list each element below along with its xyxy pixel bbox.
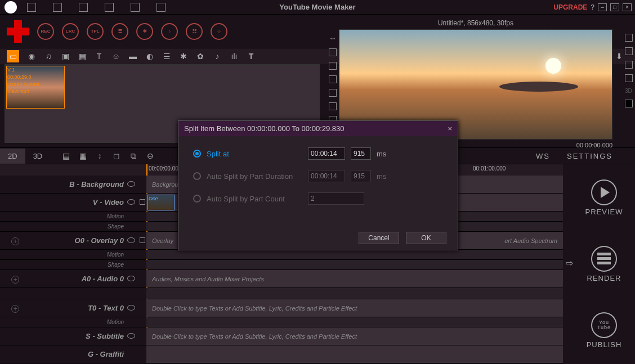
bigtext-icon[interactable]: T bbox=[247, 52, 256, 61]
bg-label: B - Background bbox=[0, 180, 124, 188]
help-button[interactable]: ? bbox=[591, 3, 594, 11]
split-time-input[interactable] bbox=[308, 147, 345, 160]
subtitle-track-area[interactable]: Double Click to type Texts or Add Subtit… bbox=[146, 327, 563, 345]
publish-button[interactable]: YouTube PUBLISH bbox=[587, 312, 622, 349]
note-icon[interactable]: ♪ bbox=[213, 52, 222, 61]
color-tool-icon[interactable] bbox=[625, 100, 633, 107]
forward-icon[interactable]: ⇨ bbox=[566, 258, 573, 268]
split-dialog: Split Item Between 00:00:00.000 To 00:00… bbox=[178, 120, 458, 250]
count-input[interactable] bbox=[308, 192, 364, 205]
user-button[interactable]: ☺ bbox=[211, 23, 227, 40]
clip-name-1: Ocean Sunset bbox=[7, 81, 64, 88]
speaker-icon[interactable] bbox=[140, 237, 145, 243]
add-text-button[interactable]: + bbox=[11, 305, 19, 313]
smile-icon[interactable]: ☺ bbox=[111, 52, 120, 61]
speaker-icon[interactable] bbox=[140, 199, 145, 205]
tb-icon-6[interactable] bbox=[156, 3, 166, 12]
track-overlay-shape: Shape bbox=[0, 260, 563, 270]
grid-icon[interactable]: ▦ bbox=[78, 151, 87, 160]
clip-id: V:1 bbox=[7, 66, 64, 74]
add-button[interactable] bbox=[7, 20, 29, 43]
timeline-clip[interactable]: Oce bbox=[147, 195, 175, 210]
clip-name-2: View.mp4 bbox=[7, 88, 64, 95]
minus-icon[interactable]: ⊖ bbox=[146, 151, 155, 160]
crop-icon[interactable]: ◻ bbox=[112, 151, 121, 160]
text-icon[interactable]: T bbox=[95, 52, 104, 61]
music-icon[interactable]: ♫ bbox=[44, 52, 53, 61]
unit-ms: ms bbox=[377, 150, 386, 158]
contrast-icon[interactable]: ◐ bbox=[145, 52, 154, 61]
copy-icon[interactable]: ⧉ bbox=[129, 151, 138, 160]
close-button[interactable]: × bbox=[623, 3, 632, 11]
r-tool-4-icon[interactable] bbox=[625, 74, 633, 82]
render-button[interactable]: RENDER bbox=[587, 246, 621, 282]
add-overlay-button[interactable]: + bbox=[11, 237, 19, 245]
filters-icon[interactable]: ☰ bbox=[162, 52, 171, 61]
tab-3d[interactable]: 3D bbox=[25, 149, 51, 164]
tab-settings[interactable]: SETTINGS bbox=[567, 152, 612, 160]
radio-count[interactable] bbox=[193, 195, 201, 203]
r-tool-3-icon[interactable] bbox=[625, 61, 633, 69]
tb-icon-5[interactable] bbox=[131, 3, 140, 12]
eye-icon[interactable] bbox=[127, 276, 135, 281]
tpl-button[interactable]: TPL bbox=[87, 23, 104, 40]
tab-ws[interactable]: WS bbox=[536, 152, 550, 160]
preview-button[interactable]: PREVIEW bbox=[585, 179, 623, 216]
dialog-titlebar[interactable]: Split Item Between 00:00:00.000 To 00:00… bbox=[178, 121, 458, 136]
eq-button[interactable]: ☷ bbox=[186, 23, 203, 40]
eye-icon[interactable] bbox=[127, 199, 135, 205]
gf-label: G - Graffiti bbox=[0, 350, 124, 358]
text-track-area[interactable]: Double Click to type Texts or Add Subtit… bbox=[146, 299, 563, 317]
eye-icon[interactable] bbox=[127, 305, 135, 311]
graffiti-track-area[interactable] bbox=[146, 345, 563, 363]
battery-icon[interactable]: ▬ bbox=[128, 52, 137, 61]
dialog-close-button[interactable]: × bbox=[448, 124, 452, 133]
tab-2d[interactable]: 2D bbox=[0, 149, 25, 164]
label-duration: Auto Split by Part Duration bbox=[207, 172, 302, 181]
updown-icon[interactable]: ↕ bbox=[95, 151, 104, 160]
list-button[interactable]: ☰ bbox=[111, 23, 128, 40]
radio-split-at[interactable] bbox=[193, 150, 201, 158]
label-split-at: Split at bbox=[207, 150, 302, 158]
eye-icon[interactable] bbox=[127, 333, 135, 339]
ok-button[interactable]: OK bbox=[406, 232, 446, 244]
flower-button[interactable]: ✱ bbox=[136, 23, 153, 40]
split-ms-input[interactable] bbox=[351, 147, 371, 160]
radio-duration[interactable] bbox=[193, 172, 201, 180]
image-icon[interactable]: ▣ bbox=[61, 52, 70, 61]
rec-button[interactable]: REC bbox=[37, 23, 54, 40]
upgrade-button[interactable]: UPGRADE bbox=[553, 3, 587, 11]
st-label: S - Subtitle bbox=[0, 332, 124, 340]
cancel-button[interactable]: Cancel bbox=[359, 232, 399, 244]
layers-icon[interactable]: ▦ bbox=[78, 52, 87, 61]
eye-icon[interactable] bbox=[127, 181, 135, 187]
r-tool-1-icon[interactable] bbox=[625, 34, 633, 42]
camera-icon[interactable]: ◉ bbox=[27, 52, 36, 61]
track-gap bbox=[0, 288, 563, 299]
tb-icon-1[interactable] bbox=[27, 3, 36, 12]
puzzle-icon[interactable]: ✿ bbox=[196, 52, 205, 61]
eye-icon[interactable] bbox=[127, 237, 135, 243]
video-category-icon[interactable]: ▭ bbox=[7, 50, 19, 62]
minimize-button[interactable]: – bbox=[598, 3, 607, 11]
lrc-button[interactable]: LRC bbox=[62, 23, 79, 40]
preview-title: Untitled*, 856x480, 30fps bbox=[332, 17, 619, 29]
eq-icon[interactable]: ılı bbox=[230, 52, 239, 61]
add-audio-button[interactable]: + bbox=[11, 276, 19, 284]
titlebar-icons bbox=[27, 3, 166, 12]
r-tool-2-icon[interactable] bbox=[625, 47, 633, 55]
tb-icon-3[interactable] bbox=[79, 3, 88, 12]
clip-duration: 00:00:29.0 bbox=[7, 74, 64, 81]
3d-tool-icon[interactable]: 3D bbox=[625, 88, 633, 94]
duration-ms-input[interactable] bbox=[351, 170, 371, 182]
star-icon[interactable]: ✱ bbox=[179, 52, 188, 61]
align-icon[interactable]: ▤ bbox=[61, 151, 70, 160]
tb-icon-4[interactable] bbox=[105, 3, 114, 12]
music-button[interactable]: ♪ bbox=[161, 23, 178, 40]
audio-track-area[interactable]: Audios, Musics and Audio Mixer Projects bbox=[146, 270, 563, 287]
preview-content-island bbox=[499, 82, 578, 92]
media-clip[interactable]: V:1 00:00:29.0 Ocean Sunset View.mp4 bbox=[6, 66, 65, 109]
maximize-button[interactable]: □ bbox=[610, 3, 619, 11]
duration-time-input[interactable] bbox=[308, 170, 345, 182]
tb-icon-2[interactable] bbox=[53, 3, 62, 12]
